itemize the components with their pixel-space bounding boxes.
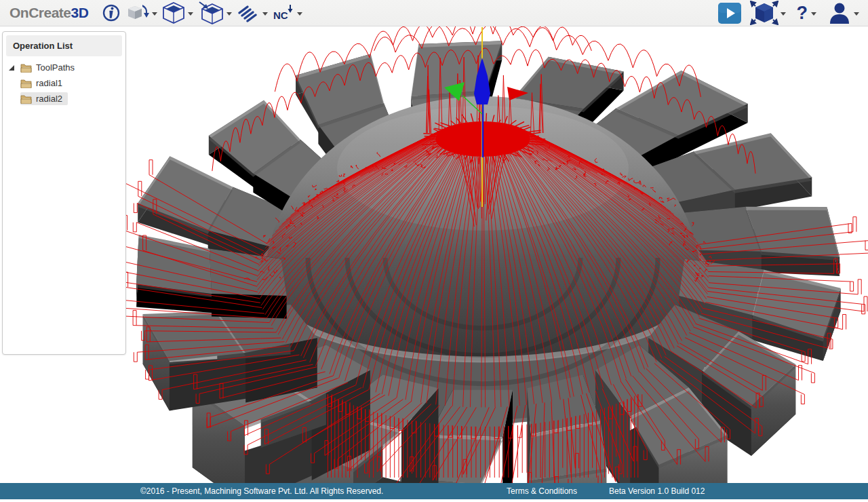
operation-list-panel: Operation List ToolPaths radial1 [2, 31, 126, 355]
tree-node-radial1[interactable]: radial1 [3, 75, 125, 91]
toolbar-right-group: ? [715, 0, 862, 26]
stock-box-icon [161, 1, 186, 24]
help-button[interactable]: ? [793, 3, 819, 24]
user-menu-button[interactable] [825, 1, 861, 25]
chevron-down-icon [854, 12, 859, 16]
status-bar: ©2016 - Present, Machining Software Pvt.… [0, 483, 868, 499]
nc-export-button[interactable]: NC [270, 1, 304, 24]
tree-node-radial2[interactable]: radial2 [3, 91, 125, 107]
tree-label: radial2 [36, 94, 62, 104]
folder-icon [20, 63, 32, 73]
terms-link[interactable]: Terms & Conditions [507, 486, 577, 496]
raster-toolpath-button[interactable] [234, 2, 270, 24]
chevron-down-icon [811, 12, 816, 16]
logo-text-oncreate: OnCreate [9, 5, 71, 20]
operations-tree: ToolPaths radial1 radial2 [3, 60, 125, 107]
chevron-down-icon [152, 12, 157, 16]
info-icon [101, 3, 121, 23]
svg-text:NC: NC [273, 9, 288, 21]
expander-icon[interactable] [9, 65, 14, 71]
chevron-down-icon [262, 12, 268, 16]
tree-label: radial1 [36, 78, 62, 88]
stock-box-button[interactable] [159, 0, 195, 26]
folder-icon [20, 94, 32, 104]
import-box-icon [197, 1, 224, 24]
app-logo: OnCreate3D [9, 5, 88, 21]
chevron-down-icon [226, 12, 232, 16]
chevron-down-icon [781, 12, 786, 16]
tree-label: ToolPaths [36, 62, 75, 73]
raster-toolpath-icon [236, 3, 260, 22]
copyright-text: ©2016 - Present, Machining Software Pvt.… [140, 486, 383, 496]
tree-node-toolpaths[interactable]: ToolPaths [3, 60, 125, 75]
import-box-button[interactable] [195, 0, 234, 26]
nc-export-icon: NC [272, 3, 295, 23]
simulate-play-button[interactable] [715, 1, 744, 26]
toolbar: OnCreate3D [0, 0, 868, 26]
info-button[interactable] [99, 1, 123, 24]
fit-view-button[interactable] [748, 0, 788, 26]
toolbar-left-group: NC [99, 0, 304, 26]
logo-text-3d: 3D [71, 5, 89, 20]
stock-rotate-icon [125, 3, 150, 23]
user-icon [827, 2, 852, 24]
fit-view-cube-icon [750, 1, 778, 25]
stock-rotate-button[interactable] [123, 1, 159, 24]
help-icon: ? [795, 4, 810, 22]
play-icon [717, 2, 742, 24]
folder-icon [20, 79, 32, 88]
version-text: Beta Version 1.0 Build 012 [609, 486, 705, 496]
chevron-down-icon [297, 12, 302, 16]
chevron-down-icon [188, 12, 193, 16]
viewport-3d[interactable] [0, 26, 868, 483]
panel-title: Operation List [6, 35, 122, 56]
